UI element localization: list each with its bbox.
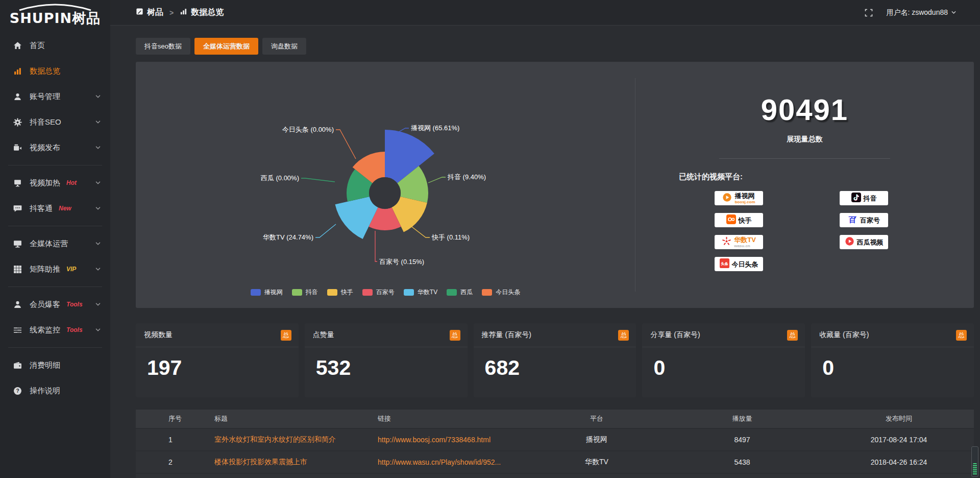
sidebar-item-首页[interactable]: 首页 [0, 33, 110, 58]
toutiao-icon: 头条 [720, 258, 729, 270]
user-icon [13, 92, 22, 101]
stat-card-header: 推荐量 (百家号)总 [474, 323, 636, 347]
stat-card-value: 682 [474, 347, 636, 380]
stat-card-value: 0 [642, 347, 805, 380]
platform-subtext: wasu.cn [734, 244, 750, 248]
sidebar-item-label: 消费明细 [30, 361, 60, 370]
stat-card-value: 0 [811, 347, 974, 380]
table-row: 2楼体投影灯投影效果震撼上市http://www.wasu.cn/Play/sh… [136, 451, 974, 473]
sidebar-item-数据总览[interactable]: 数据总览 [0, 58, 110, 84]
platform-badge-text: 抖音 [864, 195, 877, 202]
sidebar-item-线索监控[interactable]: 线索监控Tools [0, 317, 110, 343]
legend-item-快手[interactable]: 快手 [327, 288, 353, 297]
platform-badge-百家号: 百百家号 [840, 213, 888, 227]
legend-swatch [447, 289, 457, 296]
logo-arc [15, 3, 95, 11]
table-row: 1室外水纹灯和室内水纹灯的区别和简介http://www.boosj.com/7… [136, 429, 974, 450]
breadcrumb-item-数据总览[interactable]: 数据总览 [180, 7, 224, 18]
sidebar-item-视频加热[interactable]: 视频加热Hot [0, 170, 110, 196]
legend-swatch [362, 289, 373, 296]
legend-label: 播视网 [264, 288, 283, 297]
platform-badge-text: 百家号 [860, 217, 880, 224]
topbar-right: 用户名: zswodun88 [865, 8, 957, 17]
stat-card-header: 收藏量 (百家号)总 [811, 323, 974, 347]
platform-badge-text: 播视网boosj.com [734, 193, 755, 204]
pie-slice-华数TV[interactable] [335, 197, 378, 239]
videos-table: 序号标题链接平台播放量发布时间1室外水纹灯和室内水纹灯的区别和简介http://… [136, 410, 974, 478]
breadcrumb-label: 树品 [147, 7, 163, 18]
tab-全媒体运营数据[interactable]: 全媒体运营数据 [194, 38, 258, 55]
chat-icon [13, 204, 22, 213]
sidebar-item-会员爆客[interactable]: 会员爆客Tools [0, 292, 110, 317]
platform-badge-华数TV: 华数TVwasu.cn [715, 235, 763, 249]
grid-icon [13, 265, 22, 274]
cell-title[interactable]: 楼体投影灯投影效果震撼上市 [206, 458, 370, 467]
svg-text:百: 百 [848, 216, 856, 224]
sliders-icon [13, 326, 22, 334]
sidebar: SHUPIN树品 首页数据总览账号管理抖音SEO视频发布视频加热Hot抖客通Ne… [0, 0, 110, 478]
wallet-icon [13, 361, 22, 370]
sidebar-item-操作说明[interactable]: ?操作说明 [0, 378, 110, 403]
sidebar-item-抖客通[interactable]: 抖客通New [0, 196, 110, 221]
breadcrumb-item-树品[interactable]: 树品 [136, 7, 163, 18]
sidebar-item-矩阵助推[interactable]: 矩阵助推VIP [0, 256, 110, 282]
stat-card-header: 点赞量总 [305, 323, 468, 347]
legend-item-华数TV[interactable]: 华数TV [404, 288, 437, 297]
sidebar-divider [8, 347, 102, 348]
table-header-发布时间: 发布时间 [824, 414, 974, 423]
legend-item-播视网[interactable]: 播视网 [251, 288, 283, 297]
stat-card-title: 收藏量 (百家号) [819, 330, 869, 340]
sidebar-item-tag: Tools [66, 326, 83, 333]
chevron-down-icon [95, 241, 101, 247]
app-logo[interactable]: SHUPIN树品 [0, 0, 110, 32]
stat-card-title: 推荐量 (百家号) [482, 330, 531, 340]
sidebar-item-全媒体运营[interactable]: 全媒体运营 [0, 231, 110, 256]
member-icon [13, 300, 22, 309]
table-header-row: 序号标题链接平台播放量发布时间 [136, 410, 974, 428]
screen-icon [13, 179, 22, 187]
table-header-序号: 序号 [160, 414, 206, 423]
legend-swatch [404, 289, 414, 296]
baijia-icon: 百 [848, 214, 857, 226]
xigua-icon [845, 236, 854, 248]
platform-badge-text: 快手 [739, 217, 752, 224]
stat-card-收藏量 (百家号): 收藏量 (百家号)总0 [811, 323, 974, 397]
stat-card-title: 视频数量 [144, 330, 173, 340]
kuaishou-icon [726, 214, 736, 226]
boosj-icon [722, 193, 732, 204]
legend-item-百家号[interactable]: 百家号 [362, 288, 395, 297]
sidebar-item-抖音SEO[interactable]: 抖音SEO [0, 109, 110, 135]
cell-no: 2 [160, 458, 206, 466]
table-header-链接: 链接 [370, 414, 533, 423]
legend-item-抖音[interactable]: 抖音 [292, 288, 318, 297]
sidebar-item-tag: New [59, 205, 71, 212]
tab-抖音seo数据[interactable]: 抖音seo数据 [136, 38, 190, 55]
chevron-down-icon [951, 10, 957, 15]
sidebar-item-消费明细[interactable]: 消费明细 [0, 352, 110, 378]
chevron-down-icon [95, 301, 101, 307]
topbar: 树品>数据总览 用户名: zswodun88 [110, 0, 980, 26]
fullscreen-icon[interactable] [865, 9, 873, 17]
overview-panel: 播视网 (65.61%)抖音 (9.40%)快手 (0.11%)百家号 (0.1… [136, 62, 974, 308]
floating-scroll-widget[interactable] [971, 446, 978, 477]
legend-label: 百家号 [376, 288, 395, 297]
cell-time: 2017-08-24 17:04 [824, 436, 974, 444]
legend-item-今日头条[interactable]: 今日头条 [482, 288, 520, 297]
sidebar-item-账号管理[interactable]: 账号管理 [0, 84, 110, 109]
cell-link[interactable]: http://www.wasu.cn/Play/show/id/952... [370, 458, 533, 466]
legend-item-西瓜[interactable]: 西瓜 [447, 288, 473, 297]
tab-询盘数据[interactable]: 询盘数据 [262, 38, 306, 55]
breadcrumb: 树品>数据总览 [136, 7, 224, 18]
cell-title[interactable]: 室外水纹灯和室内水纹灯的区别和简介 [206, 435, 370, 444]
sidebar-item-label: 矩阵助推 [30, 265, 60, 274]
username-dropdown[interactable]: 用户名: zswodun88 [886, 8, 957, 17]
platform-name: 快手 [739, 217, 752, 224]
platform-name: 西瓜视频 [857, 239, 884, 246]
sidebar-item-视频发布[interactable]: 视频发布 [0, 135, 110, 160]
stat-card-title: 点赞量 [313, 330, 334, 340]
cell-views: 8497 [660, 436, 824, 444]
platform-name: 百家号 [860, 217, 880, 224]
cell-link[interactable]: http://www.boosj.com/7338468.html [370, 436, 533, 444]
sidebar-item-label: 会员爆客 [30, 300, 60, 309]
table-header-标题: 标题 [206, 414, 370, 423]
